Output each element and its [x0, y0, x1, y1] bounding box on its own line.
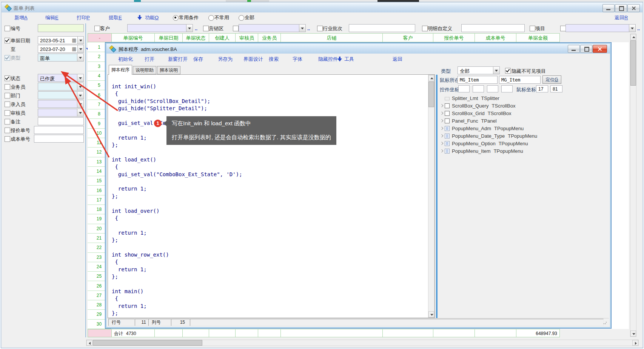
- panel-grid-splitter[interactable]: [85, 23, 86, 337]
- scroll-down-button[interactable]: [630, 331, 636, 337]
- scroll-left-button[interactable]: [86, 340, 92, 346]
- maximize-button[interactable]: [615, 4, 627, 12]
- filter-baojia-input[interactable]: [34, 126, 84, 134]
- filter-kehu-combo[interactable]: [127, 24, 193, 32]
- toolbar-button-4[interactable]: 提取E: [109, 14, 122, 21]
- grid-vscrollbar[interactable]: [630, 34, 636, 337]
- tree-expander-icon[interactable]: [439, 126, 445, 131]
- filter-hangyepici-input[interactable]: [349, 24, 415, 32]
- editor-vscrollbar[interactable]: [428, 75, 434, 318]
- grid-column-header-审核员[interactable]: 审核员: [236, 33, 258, 42]
- grid-column-header-单据金额[interactable]: 单据金额: [516, 33, 560, 42]
- grid-column-header-单据状态[interactable]: 单据状态: [183, 33, 209, 42]
- calendar-icon[interactable]: ▦: [71, 46, 77, 52]
- tree-item-ScrollBox_Query[interactable]: ScrollBox_QueryTScrollBox: [439, 102, 605, 109]
- filter-yingxiaoqu-browse[interactable]: ..: [307, 26, 310, 31]
- filter-xiangmu-browse[interactable]: ..: [637, 26, 640, 31]
- hide-invisible-checkbox[interactable]: [505, 68, 511, 74]
- grid-column-header-单据编号[interactable]: 单据编号: [112, 33, 155, 42]
- toolbar-button-5[interactable]: 功能O: [145, 14, 159, 21]
- filter-xiangmu-checkbox[interactable]: [530, 26, 535, 31]
- grid-column-header-报价单号[interactable]: 报价单号: [433, 33, 475, 42]
- date-from-input[interactable]: 2023-05-21 ▦: [38, 36, 84, 44]
- filter-chengben-checkbox[interactable]: [5, 136, 10, 142]
- grid-hscrollbar[interactable]: [86, 340, 639, 346]
- mouse-coord-y-input[interactable]: 81: [550, 85, 562, 92]
- chevron-down-icon[interactable]: [186, 25, 193, 32]
- tree-expander-icon[interactable]: [439, 141, 445, 146]
- grid-column-header-业务员[interactable]: 业务员: [258, 33, 281, 42]
- filter-status-checkbox[interactable]: [5, 75, 10, 81]
- filter-bumen-combo[interactable]: [38, 91, 84, 99]
- grid-vscroll-thumb[interactable]: [630, 40, 636, 86]
- tree-expander-icon[interactable]: [439, 133, 445, 138]
- chevron-down-icon[interactable]: [77, 92, 83, 99]
- grid-column-header-成本单号[interactable]: 成本单号: [475, 33, 516, 42]
- filter-luruyuan-checkbox[interactable]: [5, 101, 10, 107]
- minimize-button[interactable]: [602, 4, 615, 12]
- grid-column-header-rownum[interactable]: -: [88, 33, 112, 42]
- toolbar-button-3[interactable]: 打印P: [77, 14, 90, 21]
- tree-expander-icon[interactable]: [439, 148, 445, 154]
- date-to-input[interactable]: 2023-07-20 ▦: [38, 45, 84, 53]
- filter-yingxiaoqu-combo[interactable]: [239, 24, 306, 32]
- control-coord-input-2[interactable]: [473, 85, 484, 92]
- tree-item-ScrollBox_Grid[interactable]: ScrollBox_GridTScrollBox: [439, 109, 605, 117]
- chevron-down-icon[interactable]: [299, 25, 305, 32]
- mouse-coord-x-input[interactable]: 17: [536, 85, 548, 92]
- control-coord-input-3[interactable]: [487, 85, 498, 92]
- scroll-down-button[interactable]: [428, 311, 434, 317]
- filter-mingxi-checkbox[interactable]: [422, 26, 428, 31]
- grid-column-header-创建人[interactable]: 创建人: [209, 33, 236, 42]
- filter-beizhu-input[interactable]: [38, 117, 84, 125]
- chevron-down-icon[interactable]: [77, 109, 83, 116]
- filter-yingxiaoqu-checkbox[interactable]: [203, 26, 209, 31]
- tab-说明帮助[interactable]: 说明帮助: [133, 66, 156, 74]
- filter-yingxiaoqu-checkbox2[interactable]: [233, 26, 239, 31]
- script-toolbar-button-11[interactable]: 返回: [393, 56, 402, 63]
- script-toolbar-button-8[interactable]: 字体: [293, 56, 302, 63]
- tree-item-PopupMenu_Date_Type[interactable]: PopupMenu_Date_TypeTPopupMenu: [439, 132, 605, 140]
- tree-item-Panel_Func[interactable]: Panel_FuncTPanel: [439, 117, 605, 125]
- scroll-up-button[interactable]: [630, 34, 636, 40]
- filter-mingxi-input[interactable]: [461, 24, 525, 32]
- tree-expander-icon[interactable]: [439, 118, 445, 123]
- chevron-down-icon[interactable]: [493, 67, 499, 74]
- filter-kehu-browse[interactable]: ..: [195, 26, 197, 31]
- filter-luruyuan-combo[interactable]: [38, 100, 84, 108]
- filter-xiangmu-combo[interactable]: [565, 24, 636, 32]
- filter-chengben-input[interactable]: [34, 135, 84, 143]
- tree-item-PopupMenu_Option[interactable]: PopupMenu_OptionTPopupMenu: [439, 140, 605, 147]
- tree-item-Splitter_Lmt[interactable]: Splitter_LmtTSplitter: [439, 94, 605, 102]
- script-toolbar-button-2[interactable]: 打开: [145, 56, 154, 63]
- filter-bianhao-checkbox[interactable]: [5, 26, 10, 31]
- filter-bumen-checkbox[interactable]: [5, 93, 10, 98]
- script-maximize-button[interactable]: [580, 45, 592, 53]
- filter-yewuyuan-combo[interactable]: [38, 83, 84, 91]
- filter-hangyepici-checkbox[interactable]: [317, 26, 323, 31]
- chevron-down-icon[interactable]: [77, 54, 83, 61]
- script-toolbar-button-7[interactable]: 搜索: [269, 56, 279, 63]
- script-toolbar-button-3[interactable]: 新窗打开: [168, 56, 188, 63]
- radio-3[interactable]: [239, 15, 244, 21]
- script-close-button[interactable]: [593, 45, 607, 53]
- chevron-down-icon[interactable]: [77, 100, 83, 108]
- calendar-icon[interactable]: ▦: [71, 37, 77, 43]
- editor-inspector-splitter[interactable]: [436, 75, 438, 318]
- close-button[interactable]: [627, 4, 640, 12]
- chevron-down-icon[interactable]: [629, 25, 635, 32]
- inspector-type-combo[interactable]: 全部: [458, 66, 500, 74]
- filter-status-combo[interactable]: 已作废: [38, 74, 84, 82]
- chevron-down-icon[interactable]: [77, 74, 83, 81]
- script-toolbar-button-5[interactable]: 另存为: [218, 56, 233, 63]
- filter-beizhu-checkbox[interactable]: [5, 119, 10, 125]
- locate-button[interactable]: 定位G: [542, 75, 561, 84]
- resize-grip[interactable]: [603, 321, 607, 324]
- scroll-right-button[interactable]: [632, 340, 638, 346]
- control-coord-input-4[interactable]: [501, 85, 513, 92]
- back-button[interactable]: 返回R: [615, 14, 628, 21]
- grid-column-header-店铺[interactable]: 店铺: [281, 33, 383, 42]
- toolbar-button-1[interactable]: 新增A: [14, 14, 28, 21]
- toolbar-button-2[interactable]: 编辑E: [45, 14, 59, 21]
- filter-shenheyuan-checkbox[interactable]: [5, 110, 10, 116]
